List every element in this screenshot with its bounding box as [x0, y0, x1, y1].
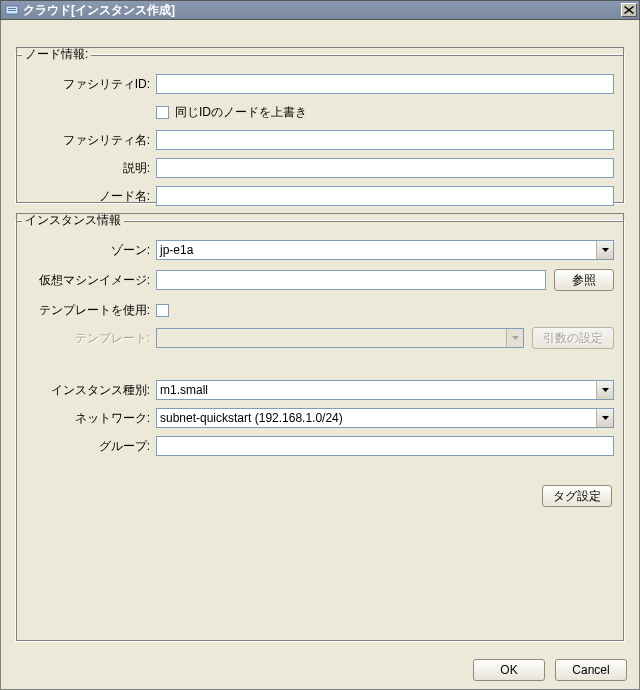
node-info-legend: ノード情報: — [22, 46, 91, 63]
dialog-client: ノード情報: ファシリティID: 同じIDのノードを上書き ファシリティ名: 説… — [0, 20, 640, 690]
instance-type-select[interactable]: m1.small — [156, 380, 614, 400]
instance-info-group: インスタンス情報 ゾーン: jp-e1a 仮想マシンイメージ: 参照 テンプレー… — [15, 212, 625, 642]
template-label: テンプレート: — [16, 330, 156, 347]
chevron-down-icon[interactable] — [596, 241, 613, 259]
network-value: subnet-quickstart (192.168.1.0/24) — [157, 411, 596, 425]
use-template-label: テンプレートを使用: — [16, 302, 156, 319]
window-title: クラウド[インスタンス作成] — [23, 2, 621, 19]
instance-type-value: m1.small — [157, 383, 596, 397]
description-label: 説明: — [16, 160, 156, 177]
node-name-input[interactable] — [156, 186, 614, 206]
node-name-label: ノード名: — [16, 188, 156, 205]
network-label: ネットワーク: — [16, 410, 156, 427]
facility-name-label: ファシリティ名: — [16, 132, 156, 149]
node-info-group: ノード情報: ファシリティID: 同じIDのノードを上書き ファシリティ名: 説… — [15, 46, 625, 204]
overwrite-label: 同じIDのノードを上書き — [175, 104, 307, 121]
ok-button[interactable]: OK — [473, 659, 545, 681]
vm-image-input[interactable] — [156, 270, 546, 290]
chevron-down-icon[interactable] — [596, 381, 613, 399]
svg-rect-1 — [8, 8, 16, 9]
tag-settings-button[interactable]: タグ設定 — [542, 485, 612, 507]
zone-label: ゾーン: — [16, 242, 156, 259]
vm-image-label: 仮想マシンイメージ: — [16, 272, 156, 289]
instance-type-label: インスタンス種別: — [16, 382, 156, 399]
use-template-checkbox[interactable] — [156, 304, 169, 317]
chevron-down-icon[interactable] — [596, 409, 613, 427]
facility-id-label: ファシリティID: — [16, 76, 156, 93]
facility-id-input[interactable] — [156, 74, 614, 94]
template-select — [156, 328, 524, 348]
zone-select[interactable]: jp-e1a — [156, 240, 614, 260]
dialog-footer: OK Cancel — [473, 659, 627, 681]
app-icon — [5, 3, 19, 17]
group-input[interactable] — [156, 436, 614, 456]
group-label: グループ: — [16, 438, 156, 455]
close-button[interactable] — [621, 3, 637, 17]
cancel-button[interactable]: Cancel — [555, 659, 627, 681]
browse-button[interactable]: 参照 — [554, 269, 614, 291]
zone-value: jp-e1a — [157, 243, 596, 257]
arg-settings-button: 引数の設定 — [532, 327, 614, 349]
facility-name-input[interactable] — [156, 130, 614, 150]
description-input[interactable] — [156, 158, 614, 178]
network-select[interactable]: subnet-quickstart (192.168.1.0/24) — [156, 408, 614, 428]
svg-rect-2 — [8, 10, 16, 11]
instance-info-legend: インスタンス情報 — [22, 212, 124, 229]
overwrite-checkbox[interactable] — [156, 106, 169, 119]
chevron-down-icon — [506, 329, 523, 347]
titlebar: クラウド[インスタンス作成] — [0, 0, 640, 20]
